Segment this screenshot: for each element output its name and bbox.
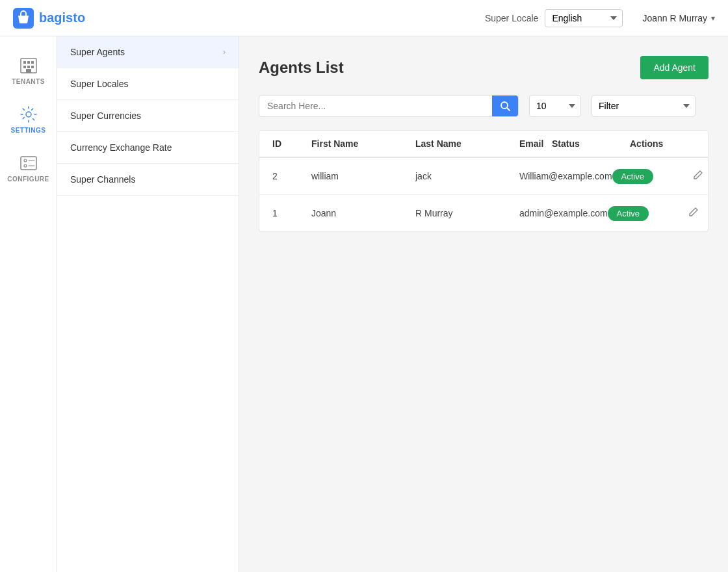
table-row: 1 Joann R Murray admin@example.com Activ… [259, 195, 708, 231]
table-row: 2 william jack William@example.com Activ… [259, 158, 708, 195]
user-name: Joann R Murray [642, 13, 707, 23]
svg-rect-2 [23, 61, 26, 64]
cell-last-name-2: R Murray [415, 208, 519, 218]
per-page-select[interactable]: 10 25 50 100 [529, 95, 581, 117]
edit-icon [688, 207, 699, 217]
search-input[interactable] [259, 96, 492, 116]
svg-rect-5 [23, 66, 26, 68]
filter-select[interactable]: Filter Active Inactive [592, 95, 696, 117]
sub-sidebar-label-super-locales: Super Locales [70, 79, 129, 89]
search-button[interactable] [492, 96, 518, 116]
page-title: Agents List [259, 58, 344, 77]
sub-sidebar-item-currency-exchange-rate[interactable]: Currency Exchange Rate [57, 132, 239, 164]
filters-row: 10 25 50 100 Filter Active Inactive [259, 95, 708, 117]
col-id: ID [272, 138, 311, 149]
sidebar-item-tenants[interactable]: TENANTS [3, 49, 55, 92]
building-icon [19, 56, 38, 75]
cell-last-name-1: jack [415, 171, 519, 181]
sub-sidebar-label-super-currencies: Super Currencies [70, 110, 141, 121]
sub-sidebar-item-super-channels[interactable]: Super Channels [57, 164, 239, 196]
col-email: Email [519, 138, 552, 149]
col-status: Status [552, 138, 630, 149]
col-first-name: First Name [311, 138, 415, 149]
cell-id-2: 1 [272, 208, 311, 218]
edit-button-2[interactable] [686, 204, 701, 222]
status-badge-1: Active [612, 169, 653, 184]
sub-sidebar-label-super-agents: Super Agents [70, 47, 125, 57]
cell-email-2: admin@example.com [519, 208, 608, 218]
main-content: Agents List Add Agent 10 25 50 100 [239, 36, 728, 572]
edit-icon [693, 170, 703, 180]
table-header: ID First Name Last Name Email Status Act… [259, 131, 708, 158]
sub-sidebar-label-super-channels: Super Channels [70, 174, 135, 185]
col-last-name: Last Name [415, 138, 519, 149]
svg-rect-7 [31, 66, 34, 68]
sidebar-tenants-label: TENANTS [12, 78, 45, 85]
user-menu[interactable]: Joann R Murray ▾ [642, 13, 715, 23]
locale-select[interactable]: English French Spanish German [545, 9, 623, 27]
sub-sidebar-item-super-agents[interactable]: Super Agents › [57, 36, 239, 68]
cell-first-name-1: william [311, 171, 415, 181]
sub-sidebar-item-super-currencies[interactable]: Super Currencies [57, 100, 239, 132]
cell-status-1: Active [612, 169, 690, 184]
search-box [259, 95, 519, 117]
cell-email-1: William@example.com [519, 171, 612, 181]
status-badge-2: Active [608, 206, 649, 221]
chevron-right-icon: › [223, 47, 226, 57]
add-agent-button[interactable]: Add Agent [640, 56, 708, 79]
sub-sidebar-label-currency-exchange-rate: Currency Exchange Rate [70, 142, 172, 153]
cell-status-2: Active [608, 206, 686, 221]
svg-line-16 [507, 108, 510, 110]
sub-sidebar-item-super-locales[interactable]: Super Locales [57, 68, 239, 100]
svg-rect-8 [26, 69, 31, 73]
locale-section: Super Locale English French Spanish Germ… [485, 9, 623, 27]
page-header: Agents List Add Agent [259, 56, 708, 79]
sidebar-item-settings[interactable]: SETTINGS [3, 98, 55, 140]
svg-rect-10 [21, 157, 36, 170]
app-layout: TENANTS SETTINGS CONFIGURE Super Agen [0, 36, 728, 572]
cell-first-name-2: Joann [311, 208, 415, 218]
logo-link[interactable]: bagisto [13, 8, 85, 29]
col-actions: Actions [630, 138, 695, 149]
locale-label: Super Locale [485, 13, 539, 23]
chevron-down-icon: ▾ [711, 14, 715, 23]
cell-actions-2 [686, 204, 708, 222]
configure-icon [19, 153, 38, 173]
logo-icon [13, 8, 34, 29]
sidebar-configure-label: CONFIGURE [7, 176, 49, 183]
svg-point-12 [24, 164, 27, 167]
gear-icon [19, 105, 38, 124]
logo-text: bagisto [39, 10, 85, 25]
search-icon [500, 101, 510, 111]
cell-actions-1 [690, 167, 708, 185]
cell-id-1: 2 [272, 171, 311, 181]
svg-rect-3 [27, 61, 30, 64]
icon-sidebar: TENANTS SETTINGS CONFIGURE [0, 36, 57, 572]
sub-sidebar: Super Agents › Super Locales Super Curre… [57, 36, 239, 572]
edit-button-1[interactable] [690, 167, 706, 185]
svg-point-11 [24, 159, 27, 162]
svg-rect-4 [31, 61, 34, 64]
agents-table: ID First Name Last Name Email Status Act… [259, 130, 708, 232]
delete-button-2[interactable] [707, 204, 708, 222]
sidebar-settings-label: SETTINGS [10, 127, 46, 134]
sidebar-item-configure[interactable]: CONFIGURE [3, 147, 55, 189]
top-header: bagisto Super Locale English French Span… [0, 0, 728, 36]
svg-point-9 [26, 112, 31, 117]
svg-rect-6 [27, 66, 30, 68]
